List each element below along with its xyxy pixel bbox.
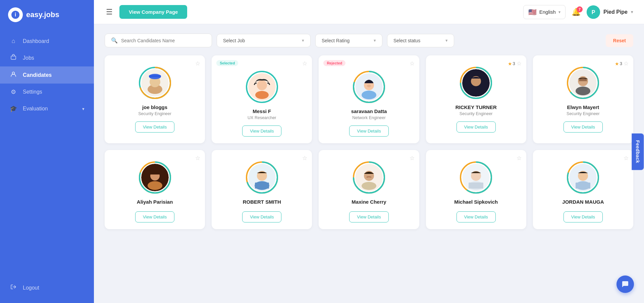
avatar-ring	[459, 66, 493, 100]
avatar-ring	[566, 66, 600, 100]
svg-rect-72	[576, 183, 590, 189]
rating-value: 3	[620, 61, 622, 66]
user-profile[interactable]: P Pied Pipe ▾	[587, 5, 633, 19]
svg-point-57	[362, 182, 376, 190]
view-details-button[interactable]: View Details	[242, 211, 281, 222]
search-input[interactable]	[121, 38, 206, 43]
view-details-button[interactable]: View Details	[349, 125, 388, 137]
candidate-card: ☆ joe bloggs Security Engineer View Deta…	[105, 55, 205, 143]
avatar	[569, 164, 597, 191]
view-details-button[interactable]: View Details	[564, 121, 603, 133]
header-right: 🇺🇸 English ▾ 🔔 7 P Pied Pipe ▾	[523, 5, 633, 19]
view-details-button[interactable]: View Details	[457, 121, 496, 133]
star-rating: ★ 3	[508, 61, 515, 66]
bookmark-icon[interactable]: ☆	[410, 155, 415, 162]
reset-button[interactable]: Reset	[606, 34, 633, 47]
evaluation-icon: 🎓	[9, 105, 17, 112]
sidebar-logo: i easy.jobs	[0, 0, 94, 30]
candidate-name: RICKEY TURNER	[455, 104, 497, 110]
sidebar-item-label: Logout	[23, 285, 39, 291]
candidate-name: Messi F	[253, 108, 271, 114]
notifications-button[interactable]: 🔔 7	[572, 8, 581, 16]
sidebar-logout-section: Logout	[0, 274, 94, 300]
search-icon: 🔍	[111, 37, 118, 44]
chat-button[interactable]	[616, 275, 634, 293]
select-rating-dropdown[interactable]: Select Rating ▾	[315, 34, 382, 47]
logout-icon	[9, 284, 17, 292]
sidebar-item-logout[interactable]: Logout	[0, 279, 94, 296]
header: ☰ View Company Page 🇺🇸 English ▾ 🔔 7 P	[94, 0, 644, 24]
avatar	[355, 164, 383, 191]
select-status-label: Select status	[393, 38, 420, 43]
bookmark-icon[interactable]: ☆	[302, 60, 307, 67]
avatar	[141, 164, 169, 191]
candidate-role: Security Engineer	[460, 111, 493, 116]
view-company-button[interactable]: View Company Page	[119, 5, 187, 19]
card-top-right: ☆	[410, 60, 415, 67]
sidebar-item-dashboard[interactable]: ⌂ Dashboard	[0, 33, 94, 49]
app-name: easy.jobs	[26, 10, 59, 19]
candidate-badge: Selected	[216, 60, 238, 66]
candidate-card: ☆ Maxine Cherry View Details	[319, 150, 419, 229]
view-details-button[interactable]: View Details	[242, 125, 281, 137]
filter-bar: 🔍 Select Job ▾ Select Rating ▾ Select st…	[105, 34, 633, 47]
card-top-right: ☆	[302, 60, 307, 67]
sidebar-item-label: Candidates	[23, 72, 52, 78]
card-top-right: ☆	[302, 155, 307, 162]
view-details-button[interactable]: View Details	[135, 211, 174, 222]
select-job-dropdown[interactable]: Select Job ▾	[217, 34, 311, 47]
menu-button[interactable]: ☰	[105, 6, 114, 18]
sidebar-item-jobs[interactable]: Jobs	[0, 49, 94, 66]
bookmark-icon[interactable]: ☆	[517, 60, 522, 67]
candidate-name: ROBERT SMITH	[243, 199, 281, 205]
avatar	[248, 73, 276, 101]
logo-icon: i	[8, 7, 23, 22]
sidebar-item-evaluation[interactable]: 🎓 Evaluation ▾	[0, 100, 94, 117]
svg-point-26	[367, 85, 371, 87]
svg-point-19	[257, 80, 267, 90]
main-area: ☰ View Company Page 🇺🇸 English ▾ 🔔 7 P	[94, 0, 644, 303]
candidate-card: ☆ ROBERT SMITH View Details	[212, 150, 312, 229]
sidebar-item-settings[interactable]: ⚙ Settings	[0, 84, 94, 100]
select-status-dropdown[interactable]: Select status ▾	[387, 34, 454, 47]
view-details-button[interactable]: View Details	[135, 121, 174, 133]
card-top-right: ☆	[517, 155, 522, 162]
bookmark-icon[interactable]: ☆	[624, 155, 629, 162]
bookmark-icon[interactable]: ☆	[410, 60, 415, 67]
bookmark-icon[interactable]: ☆	[624, 60, 629, 67]
svg-point-44	[148, 181, 162, 190]
candidate-role: Security Engineer	[567, 111, 600, 116]
candidate-name: Elwyn Mayert	[567, 104, 599, 110]
bookmark-icon[interactable]: ☆	[195, 155, 200, 162]
search-box: 🔍	[105, 34, 212, 47]
view-details-button[interactable]: View Details	[349, 211, 388, 222]
avatar	[141, 69, 169, 97]
avatar-ring	[245, 70, 279, 104]
bookmark-icon[interactable]: ☆	[517, 155, 522, 162]
svg-point-18	[255, 91, 269, 99]
select-job-label: Select Job	[223, 38, 245, 43]
candidate-card: ★ 3 ☆ RICKEY TURNER Security Engineer Vi…	[426, 55, 526, 143]
avatar	[569, 69, 597, 97]
candidate-card: ☆ JORDAN MAUGA View Details	[533, 150, 633, 229]
rating-value: 3	[513, 61, 515, 66]
svg-text:i: i	[15, 12, 16, 17]
status-dropdown-arrow: ▾	[445, 38, 448, 43]
star-rating: ★ 3	[615, 61, 622, 66]
sidebar-item-candidates[interactable]: Candidates	[0, 66, 94, 84]
select-rating-label: Select Rating	[322, 38, 350, 43]
language-selector[interactable]: 🇺🇸 English ▾	[523, 5, 566, 19]
card-top-right: ☆	[624, 155, 629, 162]
sidebar-item-label: Settings	[23, 89, 42, 95]
bookmark-icon[interactable]: ☆	[302, 155, 307, 162]
settings-icon: ⚙	[9, 88, 17, 96]
svg-rect-33	[469, 88, 483, 94]
bookmark-icon[interactable]: ☆	[195, 60, 200, 67]
avatar	[462, 69, 490, 97]
view-details-button[interactable]: View Details	[457, 211, 496, 222]
notification-badge: 7	[577, 6, 583, 12]
feedback-button[interactable]: Feedback	[632, 133, 644, 170]
view-details-button[interactable]: View Details	[564, 211, 603, 222]
avatar-ring	[352, 161, 386, 194]
candidate-role: UX Researcher	[248, 115, 276, 120]
